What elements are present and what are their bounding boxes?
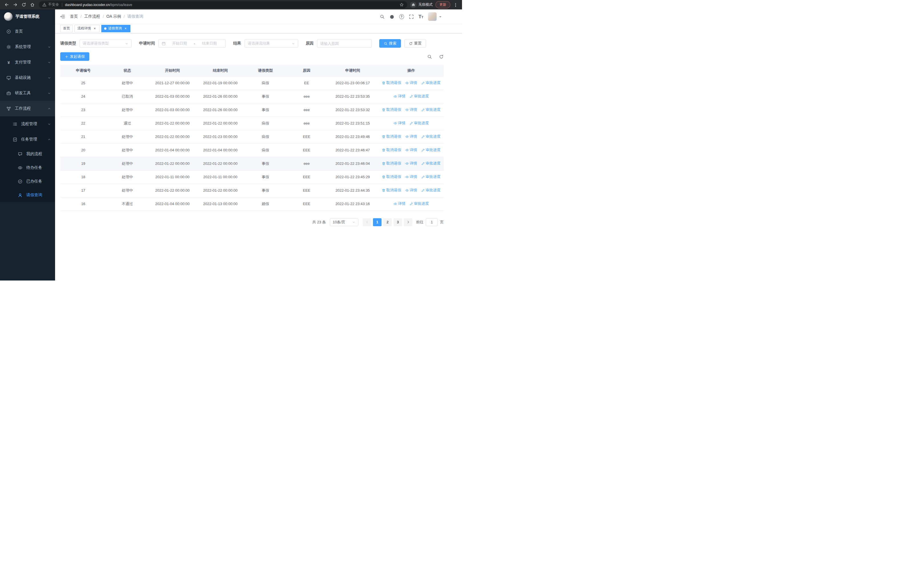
sidebar-item-label: 请假查询 <box>26 193 42 198</box>
tab-leave-query[interactable]: 请假查询 × <box>101 25 130 32</box>
approval-progress-link[interactable]: 审批进度 <box>421 134 441 139</box>
breadcrumb-item[interactable]: 首页 <box>70 14 78 19</box>
approval-progress-link[interactable]: 审批进度 <box>421 147 441 152</box>
approval-progress-link[interactable]: 审批进度 <box>421 174 441 179</box>
sidebar-item-devtools[interactable]: 研发工具 <box>0 86 55 101</box>
detail-link[interactable]: 详情 <box>405 174 417 179</box>
search-icon <box>380 14 385 19</box>
detail-link[interactable]: 详情 <box>393 94 405 99</box>
browser-forward-button[interactable] <box>11 1 19 9</box>
reset-button[interactable]: 重置 <box>404 39 426 48</box>
fullscreen-button[interactable] <box>406 9 416 24</box>
cancel-leave-link[interactable]: 取消请假 <box>382 188 401 193</box>
cancel-leave-link[interactable]: 取消请假 <box>382 174 401 179</box>
page-button-3[interactable]: 3 <box>393 218 402 226</box>
cancel-leave-link[interactable]: 取消请假 <box>382 147 401 152</box>
cell-status: 已取消 <box>106 90 148 103</box>
sidebar-item-todo-tasks[interactable]: 待办任务 <box>0 161 55 174</box>
sidebar-item-workflow[interactable]: 工作流程 <box>0 101 55 116</box>
reason-input[interactable] <box>317 39 372 48</box>
detail-link[interactable]: 详情 <box>393 201 405 206</box>
sidebar-item-home[interactable]: 首页 <box>0 24 55 39</box>
detail-link[interactable]: 详情 <box>405 80 417 86</box>
eye-icon <box>393 202 397 206</box>
column-header: 操作 <box>378 65 444 76</box>
avatar-dropdown-caret-icon[interactable] <box>439 16 441 18</box>
browser-home-button[interactable] <box>28 1 36 9</box>
breadcrumb-item[interactable]: OA 示例 <box>106 14 121 19</box>
close-icon[interactable]: × <box>123 27 128 30</box>
tab-process-detail[interactable]: 流程详情 × <box>75 25 100 32</box>
detail-link[interactable]: 详情 <box>405 188 417 193</box>
header-search-button[interactable] <box>377 9 387 24</box>
approval-progress-link[interactable]: 审批进度 <box>421 107 441 112</box>
font-size-button[interactable]: TT <box>416 9 426 24</box>
sidebar-item-done-tasks[interactable]: 已办任务 <box>0 174 55 188</box>
sidebar-item-task-management[interactable]: 任务管理 <box>0 132 55 147</box>
cell-type: 事假 <box>244 90 286 103</box>
toggle-search-button[interactable] <box>427 54 432 59</box>
check-circle-icon <box>18 179 22 184</box>
detail-link[interactable]: 详情 <box>405 134 417 139</box>
search-button[interactable]: 搜索 <box>379 39 401 48</box>
cancel-leave-link[interactable]: 取消请假 <box>382 80 401 86</box>
browser-menu-button[interactable] <box>452 2 459 7</box>
browser-update-button[interactable]: 更新 <box>435 1 450 8</box>
user-avatar[interactable] <box>428 12 436 21</box>
browser-reload-button[interactable] <box>20 1 27 9</box>
create-leave-button[interactable]: 发起请假 <box>60 52 89 61</box>
tab-home[interactable]: 首页 <box>60 25 73 32</box>
close-icon[interactable]: × <box>93 27 97 30</box>
sidebar-item-leave-query[interactable]: 请假查询 <box>0 188 55 202</box>
result-select[interactable]: 请选择流结果 <box>244 39 298 48</box>
sidebar-collapse-button[interactable] <box>55 9 70 24</box>
address-bar[interactable]: 不安全 dashboard.yudao.iocoder.cn/bpm/oa/le… <box>39 1 407 8</box>
approval-progress-link[interactable]: 审批进度 <box>410 94 429 99</box>
refresh-table-button[interactable] <box>439 54 444 59</box>
help-button[interactable]: ? <box>397 9 406 24</box>
prev-page-button[interactable] <box>363 218 371 226</box>
page-button-1[interactable]: 1 <box>373 218 381 226</box>
leave-type-select[interactable]: 请选择请假类型 <box>80 39 132 48</box>
cancel-leave-link[interactable]: 取消请假 <box>382 107 401 112</box>
apply-time-range-picker[interactable]: 开始日期 - 结束日期 <box>158 39 226 48</box>
sidebar-item-system[interactable]: 系统管理 <box>0 39 55 54</box>
detail-link[interactable]: 详情 <box>405 107 417 112</box>
detail-link[interactable]: 详情 <box>405 147 417 152</box>
github-link[interactable] <box>387 9 397 24</box>
page-size-select[interactable]: 10条/页 <box>330 218 358 226</box>
cell-reason: EEE <box>286 183 327 197</box>
incognito-badge[interactable]: 无痕模式 <box>410 2 433 8</box>
goto-page-input[interactable] <box>426 218 438 226</box>
bookmark-star-button[interactable] <box>399 3 404 7</box>
search-icon <box>427 54 432 59</box>
cell-start: 2022-01-11 00:00:00 <box>148 170 196 183</box>
cell-applied: 2022-01-22 23:46:47 <box>327 143 378 157</box>
sidebar-item-payment[interactable]: ¥ 支付管理 <box>0 54 55 70</box>
filter-form: 请假类型 请选择请假类型 申请时间 开始日期 - 结束日期 <box>60 39 444 48</box>
approval-progress-link[interactable]: 审批进度 <box>421 80 441 86</box>
approval-progress-link[interactable]: 审批进度 <box>421 161 441 166</box>
page-button-2[interactable]: 2 <box>383 218 392 226</box>
approval-progress-link[interactable]: 审批进度 <box>410 201 429 206</box>
filter-label: 请假类型 <box>60 41 80 46</box>
approval-progress-link[interactable]: 审批进度 <box>410 120 429 126</box>
sidebar-item-process-management[interactable]: 流程管理 <box>0 116 55 132</box>
sidebar-item-label: 系统管理 <box>15 44 31 50</box>
sidebar-item-infrastructure[interactable]: 基础设施 <box>0 70 55 86</box>
sidebar-item-my-process[interactable]: 我的流程 <box>0 147 55 161</box>
next-page-button[interactable] <box>404 218 412 226</box>
detail-link[interactable]: 详情 <box>393 120 405 126</box>
browser-back-button[interactable] <box>3 1 10 9</box>
approval-progress-link[interactable]: 审批进度 <box>421 188 441 193</box>
security-warning[interactable]: 不安全 <box>42 2 59 7</box>
cancel-leave-link[interactable]: 取消请假 <box>382 161 401 166</box>
table-row: 16不通过2022-01-04 00:00:002022-01-13 00:00… <box>60 197 444 211</box>
app-logo[interactable]: 芋道管理系统 <box>0 9 55 24</box>
compass-icon <box>6 29 11 34</box>
cancel-leave-link[interactable]: 取消请假 <box>382 134 401 139</box>
yen-icon: ¥ <box>6 60 11 65</box>
detail-link[interactable]: 详情 <box>405 161 417 166</box>
incognito-icon <box>410 2 416 8</box>
breadcrumb-item[interactable]: 工作流程 <box>84 14 100 19</box>
